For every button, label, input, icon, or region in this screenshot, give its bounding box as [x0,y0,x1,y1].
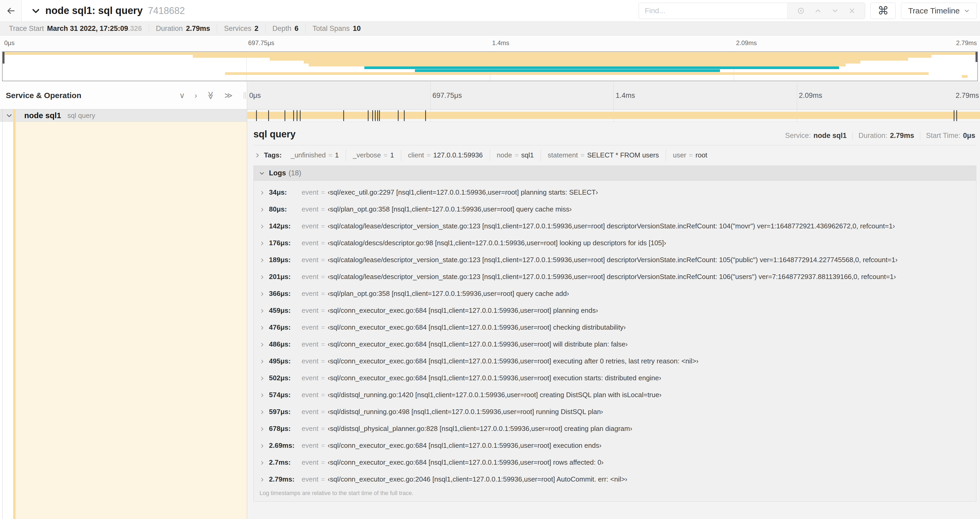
minimap-span [193,55,932,57]
span-name-cell[interactable]: node sql1 sql query [0,109,247,121]
log-entry[interactable]: 2.79ms:event=‹sql/conn_executor_exec.go:… [254,471,976,488]
tag-item[interactable]: user=root [666,150,714,161]
summary-item-label: Services [224,24,251,33]
clear-search-icon[interactable] [848,7,856,14]
log-entry[interactable]: 189μs:event=‹sql/catalog/lease/descripto… [254,251,976,268]
chevron-right-icon[interactable] [259,190,265,195]
chevron-right-icon[interactable] [259,275,265,280]
chevron-right-icon[interactable] [259,443,265,449]
span-bar-cell[interactable] [247,109,980,121]
log-field-name: event [302,290,318,297]
tag-item[interactable]: node=sql1 [490,150,541,161]
log-entry[interactable]: 495μs:event=‹sql/conn_executor_exec.go:6… [254,353,976,369]
log-field-value: ‹sql/catalog/lease/descriptor_version_st… [328,256,897,263]
log-entry[interactable]: 486μs:event=‹sql/conn_executor_exec.go:6… [254,336,976,353]
log-entry[interactable]: 366μs:event=‹sql/plan_opt.go:358 [nsql1,… [254,285,976,302]
chevron-right-icon[interactable] [259,460,265,465]
service-color-stripe [13,122,16,519]
stat-value: 2.79ms [890,132,914,140]
log-field-name: event [302,357,318,365]
log-timestamp: 495μs: [269,357,301,365]
tag-item[interactable]: _unfinished=1 [284,150,346,161]
locate-icon[interactable] [797,7,805,15]
tags-section[interactable]: Tags: _unfinished=1_verbose=1client=127.… [253,145,976,164]
log-field-name: event [302,239,318,247]
log-marker [377,110,378,121]
log-entry[interactable]: 176μs:event=‹sql/catalog/descs/descripto… [254,235,976,251]
chevron-right-icon[interactable] [259,207,265,212]
minimap-right-scrubber[interactable] [975,52,977,62]
span-row[interactable]: node sql1 sql query [0,109,980,122]
tag-item[interactable]: statement=SELECT * FROM users [541,150,666,161]
chevron-right-icon[interactable] [259,410,265,415]
span-collapse-chevron-icon[interactable] [6,112,13,119]
span-detail-left-column [0,122,247,519]
trace-view-selector[interactable]: Trace Timeline [901,3,977,19]
timeline-tick-label: 697.75μs [246,39,274,47]
tag-key: node [497,151,512,159]
service-operation-header: Service & Operation ∨ › ≫ ≫ [0,82,247,109]
expand-one-icon[interactable]: › [194,91,197,99]
tag-item[interactable]: client=127.0.0.1:59936 [401,150,490,161]
span-stats: Service: node sql1 Duration: 2.79ms Star… [785,132,976,140]
log-entry[interactable]: 459μs:event=‹sql/conn_executor_exec.go:6… [254,302,976,319]
log-entry[interactable]: 476μs:event=‹sql/conn_executor_exec.go:6… [254,319,976,336]
chevron-right-icon[interactable] [259,393,265,398]
chevron-right-icon[interactable] [259,376,265,381]
log-entry[interactable]: 2.69ms:event=‹sql/conn_executor_exec.go:… [254,437,976,454]
log-field-name: event [302,408,318,415]
collapse-one-icon[interactable]: ∨ [179,91,185,99]
span-detail-panel: sql query Service: node sql1 Duration: 2… [247,122,980,519]
expand-all-icon[interactable]: ≫ [224,91,232,99]
log-field-value: ‹sql/distsql_physical_planner.go:828 [ns… [328,425,632,432]
equals-sign: = [689,151,693,159]
minimap-left-scrubber[interactable] [3,52,5,64]
find-input[interactable] [639,3,787,19]
back-button[interactable] [0,0,22,21]
log-marker [343,110,344,121]
chevron-right-icon[interactable] [259,342,265,347]
chevron-right-icon[interactable] [259,241,265,246]
trace-collapse-chevron-icon[interactable] [31,6,41,16]
equals-sign: = [321,273,325,280]
log-entry[interactable]: 34μs:event=‹sql/exec_util.go:2297 [nsql1… [254,184,976,201]
chevron-right-icon[interactable] [259,291,265,297]
prev-match-icon[interactable] [814,7,822,15]
log-entry[interactable]: 2.7ms:event=‹sql/conn_executor_exec.go:6… [254,454,976,471]
chevron-right-icon[interactable] [259,224,265,229]
log-entry[interactable]: 201μs:event=‹sql/catalog/lease/descripto… [254,268,976,285]
keyboard-shortcuts-button[interactable]: ⌘ [870,3,896,19]
trace-summary-bar: Trace StartMarch 31 2022, 17:25:09.326Du… [0,22,980,35]
logs-header[interactable]: Logs (18) [254,166,976,180]
chevron-right-icon[interactable] [259,258,265,263]
chevron-right-icon[interactable] [259,308,265,313]
timeline-tick: 1.4ms [490,35,509,51]
chevron-right-icon[interactable] [255,152,260,158]
tags-items: _unfinished=1_verbose=1client=127.0.0.1:… [284,150,714,161]
chevron-right-icon[interactable] [259,325,265,331]
equals-sign: = [321,307,325,314]
log-entry[interactable]: 80μs:event=‹sql/plan_opt.go:358 [nsql1,c… [254,201,976,217]
minimap-graph[interactable] [2,51,978,81]
chevron-down-icon[interactable] [259,170,265,176]
log-field-value: ‹sql/conn_executor_exec.go:684 [nsql1,cl… [328,324,626,331]
log-marker [368,110,369,121]
chevron-right-icon[interactable] [259,359,265,364]
log-entry[interactable]: 597μs:event=‹sql/distsql_running.go:498 … [254,403,976,420]
column-resizer[interactable] [244,92,246,99]
minimap-span [309,64,846,66]
next-match-icon[interactable] [831,7,839,15]
log-field-name: event [302,340,318,348]
chevron-right-icon[interactable] [259,426,265,432]
log-entry[interactable]: 574μs:event=‹sql/distsql_running.go:1420… [254,386,976,403]
log-field-value: ‹sql/plan_opt.go:358 [nsql1,client=127.0… [328,206,572,213]
log-entry[interactable]: 142μs:event=‹sql/catalog/lease/descripto… [254,217,976,235]
log-timestamp: 2.7ms: [269,458,301,466]
log-entry[interactable]: 678μs:event=‹sql/distsql_physical_planne… [254,420,976,437]
span-log-markers [247,109,980,121]
collapse-all-icon[interactable]: ≫ [207,91,215,99]
tag-item[interactable]: _verbose=1 [346,150,401,161]
chevron-right-icon[interactable] [259,477,265,482]
log-entry[interactable]: 502μs:event=‹sql/conn_executor_exec.go:6… [254,369,976,386]
summary-item-value: March 31 2022, 17:25:09 [47,24,128,33]
